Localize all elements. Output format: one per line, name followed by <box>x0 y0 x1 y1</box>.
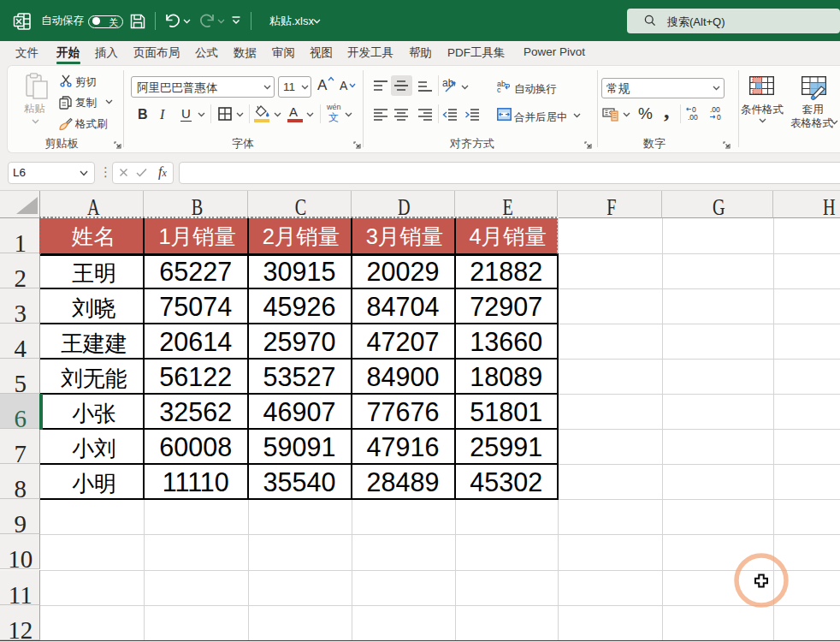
svg-text:.00: .00 <box>688 113 698 122</box>
svg-text:0: 0 <box>717 113 721 122</box>
svg-text:c: c <box>497 86 501 94</box>
